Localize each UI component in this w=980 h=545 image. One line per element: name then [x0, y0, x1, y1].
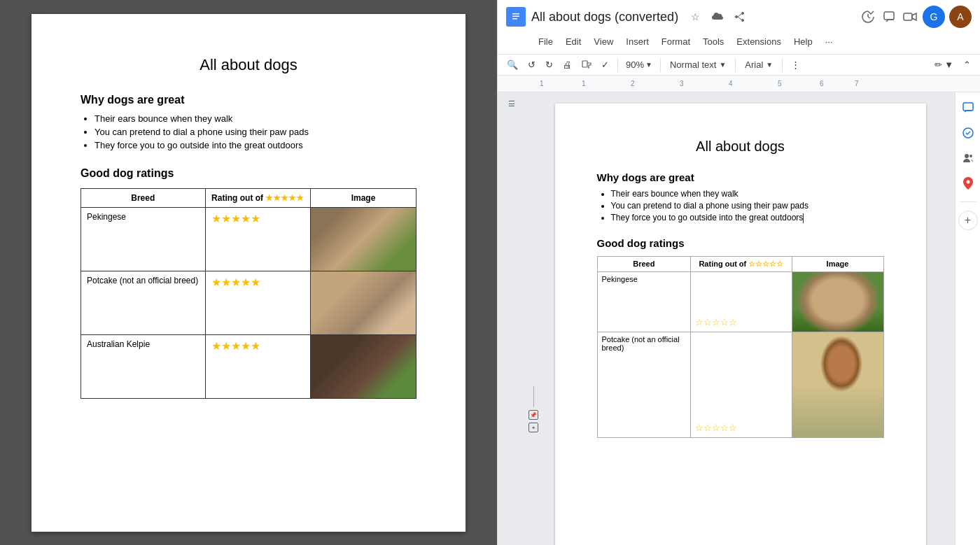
toolbar-divider-2: [660, 58, 661, 72]
preview-image-1: [311, 208, 416, 271]
svg-line-7: [738, 14, 741, 17]
toolbar-divider-4: [782, 58, 783, 72]
undo-btn[interactable]: ↺: [524, 57, 539, 72]
paint-format-btn[interactable]: [578, 58, 595, 72]
chat-panel-btn[interactable]: [958, 98, 978, 118]
more-options-btn[interactable]: ⋮: [788, 57, 804, 72]
menu-format[interactable]: Format: [656, 34, 696, 50]
menu-extensions[interactable]: Extensions: [731, 34, 787, 50]
zoom-select[interactable]: 90% ▼: [623, 58, 655, 71]
top-right-icons: G A: [860, 6, 972, 28]
preview-breed-2: Potcake (not an official breed): [81, 271, 206, 335]
gdoc-stars-2: ☆☆☆☆☆: [691, 332, 792, 437]
gdoc-stars-1: ☆☆☆☆☆: [691, 271, 792, 332]
preview-stars-1: ★★★★★: [205, 208, 310, 271]
svg-rect-1: [512, 13, 519, 15]
video-call-button[interactable]: [902, 8, 918, 25]
gdoc-pekingese-img: [792, 272, 883, 332]
expand-btn[interactable]: ⌃: [960, 57, 974, 72]
history-button[interactable]: [860, 8, 876, 25]
preview-dog-table: Breed Rating out of ★★★★★ Image Pekinges…: [80, 188, 416, 399]
add-right-btn[interactable]: +: [958, 211, 978, 230]
style-chevron: ▼: [719, 61, 726, 69]
add-icon[interactable]: +: [528, 423, 538, 432]
preview-bullets: Their ears bounce when they walk You can…: [94, 113, 416, 150]
people-btn[interactable]: [958, 148, 978, 168]
preview-breed-1: Pekingese: [81, 208, 206, 271]
preview-bullet-1: Their ears bounce when they walk: [94, 113, 416, 124]
svg-line-10: [868, 17, 870, 18]
svg-rect-11: [884, 12, 894, 20]
table-anchors: 📌 +: [528, 386, 538, 432]
top-bar: All about dogs (converted) ☆: [498, 0, 980, 55]
preview-section2-heading: Good dog ratings: [80, 167, 416, 180]
user-avatar-blue[interactable]: G: [923, 6, 945, 28]
preview-image-2: [311, 271, 416, 335]
gdoc-col-breed: Breed: [597, 256, 691, 271]
docs-app-icon: [506, 7, 526, 27]
menu-insert[interactable]: Insert: [620, 34, 654, 50]
comments-button[interactable]: [881, 8, 897, 25]
menu-tools[interactable]: Tools: [697, 34, 729, 50]
svg-point-17: [965, 154, 969, 158]
font-select[interactable]: Arial ▼: [741, 58, 777, 71]
preview-doc-title: All about dogs: [80, 56, 416, 74]
share-button[interactable]: [732, 8, 748, 25]
svg-rect-2: [512, 16, 519, 17]
outline-icon[interactable]: ☰: [508, 99, 515, 108]
toolbar: 🔍 ↺ ↻ 🖨 ✓ 90% ▼ Normal text ▼ Arial ▼ ⋮ …: [498, 55, 980, 76]
svg-line-8: [738, 17, 741, 20]
search-toolbar-btn[interactable]: 🔍: [503, 57, 522, 72]
cloud-button[interactable]: [709, 8, 726, 25]
menu-more[interactable]: ···: [820, 34, 839, 50]
pin-icon[interactable]: 📌: [528, 410, 538, 420]
menu-file[interactable]: File: [533, 34, 559, 50]
gdoc-image-1: [792, 271, 883, 332]
toolbar-divider-3: [735, 58, 736, 72]
preview-col-image: Image: [311, 189, 416, 208]
svg-point-18: [969, 155, 972, 157]
svg-rect-15: [963, 103, 973, 111]
menu-edit[interactable]: Edit: [560, 34, 587, 50]
star-button[interactable]: ☆: [687, 8, 704, 25]
gdoc-doc-title: All about dogs: [597, 139, 884, 155]
redo-btn[interactable]: ↻: [542, 57, 556, 72]
zoom-chevron: ▼: [645, 61, 652, 69]
google-doc-page[interactable]: All about dogs Why dogs are great Their …: [555, 104, 926, 545]
ruler: 1 1 2 3 4 5 6 7: [498, 76, 980, 92]
gdoc-row-pekingese: Pekingese ☆☆☆☆☆: [597, 271, 883, 332]
user-avatar[interactable]: A: [949, 6, 972, 28]
left-preview-panel: All about dogs Why dogs are great Their …: [0, 0, 497, 545]
svg-rect-3: [512, 18, 517, 20]
gdoc-section1-heading: Why dogs are great: [597, 171, 884, 183]
maps-btn[interactable]: [958, 174, 978, 193]
menu-bar: File Edit View Insert Format Tools Exten…: [533, 32, 972, 51]
preview-col-breed: Breed: [81, 189, 206, 208]
document-filename: All about dogs (converted): [531, 10, 678, 24]
menu-view[interactable]: View: [588, 34, 619, 50]
pen-mode-btn[interactable]: ✏ ▼: [931, 57, 957, 72]
font-chevron: ▼: [766, 61, 773, 69]
gdoc-bullet-1: Their ears bounce when they walk: [611, 189, 884, 199]
gdoc-col-rating: Rating out of ☆☆☆☆☆: [691, 256, 792, 271]
gdoc-potcake-img: [792, 332, 883, 437]
preview-bullet-2: You can pretend to dial a phone using th…: [94, 127, 416, 137]
suggest-btn[interactable]: [958, 123, 978, 143]
kelpie-image: [311, 335, 416, 398]
gdoc-breed-2: Potcake (not an officialbreed): [597, 332, 691, 437]
preview-row-potcake: Potcake (not an official breed) ★★★★★: [81, 271, 416, 335]
preview-bullet-3: They force you to go outside into the gr…: [94, 140, 416, 150]
preview-row-pekingese: Pekingese ★★★★★: [81, 208, 416, 271]
svg-point-6: [735, 15, 738, 18]
document-editing-area: ☰ All about dogs Why dogs are great Thei…: [498, 92, 980, 545]
gdoc-col-image: Image: [792, 256, 883, 271]
menu-help[interactable]: Help: [788, 34, 818, 50]
left-sidebar-icons: ☰: [498, 92, 526, 545]
gdoc-bullet-3: They force you to go outside into the gr…: [611, 213, 884, 223]
style-select[interactable]: Normal text ▼: [666, 58, 730, 71]
print-btn[interactable]: 🖨: [559, 57, 575, 72]
preview-stars-2: ★★★★★: [205, 271, 310, 335]
spell-check-btn[interactable]: ✓: [598, 57, 612, 72]
right-panel-icons: +: [955, 92, 980, 545]
title-icons-group: ☆: [687, 8, 748, 25]
